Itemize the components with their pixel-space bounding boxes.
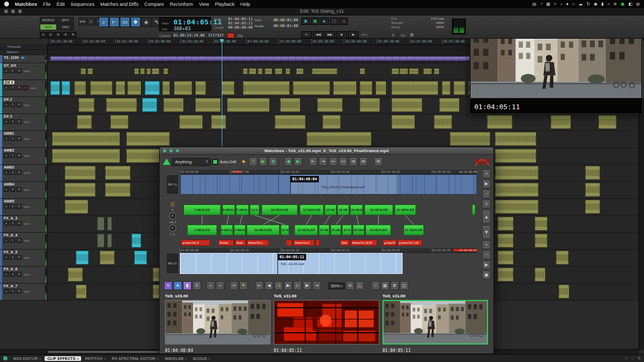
zoom-in-button[interactable]: ⌕ [216,281,224,290]
step-back-button[interactable]: ◁ [274,281,283,290]
bottom-tab-clip-effects[interactable]: CLIP EFFECTS▴ [45,356,81,361]
track-arrow-icon[interactable]: ▸ [4,68,9,73]
audio-clip[interactable] [391,81,438,95]
solo-button[interactable]: S [10,255,15,260]
audio-clip[interactable] [50,81,60,95]
mute-button[interactable]: M [16,136,22,141]
audio-clip[interactable] [132,234,141,248]
solo-button[interactable]: S [10,289,15,294]
audio-clip[interactable] [275,68,282,74]
audio-clip[interactable] [106,98,137,112]
audio-clip[interactable] [145,81,160,95]
display-icon[interactable]: ▦ [546,0,551,8]
audio-clip[interactable] [227,98,269,112]
diff-marker[interactable]: Delete For 1 [247,240,269,246]
resize-button[interactable]: ▣ [482,271,491,279]
autodiff-checkbox[interactable] [212,159,218,165]
solo-button[interactable]: S [10,119,15,124]
track-arrow-icon[interactable]: ▸ [4,85,9,90]
x-mode-button[interactable]: X [193,281,201,290]
audio-clip[interactable] [179,115,203,129]
fit-button[interactable]: ≡ [482,200,491,208]
audio-clip[interactable] [296,68,303,74]
metronome-button[interactable]: ▦ [311,17,319,25]
track-view-selector[interactable]: wave [24,273,30,276]
bottom-tab-wavelab[interactable]: WAVELAB▴ [162,356,189,361]
dock-left-icon[interactable]: ≡ [625,356,627,360]
track-view-selector[interactable]: wave [24,256,30,259]
track-header[interactable]: GT_DX▸SMwave [0,63,48,80]
no-sync-button[interactable]: ⊘ [346,281,354,290]
video-knob[interactable]: V [169,225,176,232]
menu-item[interactable]: View [199,2,209,7]
audio-clip[interactable] [88,68,93,74]
selector-tool-icon[interactable]: I [87,17,95,25]
track-arrow-icon[interactable]: ▸ [4,221,9,226]
diff-marker[interactable]: Dele [340,240,350,246]
warning-button[interactable]: △ [355,281,364,290]
mute-button[interactable]: M [16,170,22,175]
track-view-selector[interactable]: wave [24,120,30,123]
video-thumbnail[interactable]: ToS_v23.0001:04:40:04 [165,294,271,353]
track-arrow-icon[interactable]: ▸ [4,238,9,243]
diff-marker[interactable] [286,240,292,246]
audio-clip[interactable] [391,115,415,129]
track-header[interactable]: AMB1▸SMwave [0,131,48,147]
audio-clip[interactable] [498,251,514,264]
healed-block[interactable]: 21 HEALED [404,225,424,235]
stats-icon[interactable]: ◔ [540,0,543,8]
track-header[interactable]: AMB2▸SMwave [0,148,48,164]
rewind-button[interactable]: ◀◀ [313,31,324,38]
mute-button[interactable]: M [16,187,22,192]
zoom-in-v-button[interactable]: + [482,241,491,249]
mode-shuffle-button[interactable]: SHUFFLE [40,17,57,23]
text-mode-button[interactable]: ▮ [183,281,192,290]
audio-clip[interactable] [116,81,125,95]
audio-clip[interactable] [105,166,130,180]
audio-clip[interactable] [434,68,439,74]
audio-knob[interactable]: A [169,213,176,219]
track-view-selector[interactable]: wave [24,222,30,225]
audio-clip[interactable] [146,68,151,74]
stop-button[interactable]: ■ [336,31,347,38]
diff-marker[interactable]: Insert For 9 [181,240,210,246]
video-mode-button[interactable]: V [164,281,172,290]
solo-button[interactable]: S [10,85,15,90]
track-header[interactable]: Timecode [0,45,48,49]
track-arrow-icon[interactable]: ▸ [4,102,9,107]
healed-block[interactable]: 19 HEALED [365,225,391,235]
diff-marker[interactable]: Delete For 20:05 [351,240,377,246]
audio-clip[interactable] [391,98,422,112]
fast-forward-button[interactable]: ▶▶ [325,31,335,38]
track-name[interactable]: AMB1 [4,131,14,135]
mute-button[interactable]: M [16,238,22,243]
search-icon[interactable]: ⌕ [607,0,610,8]
track-view-selector[interactable]: wave [24,205,30,208]
mute-button[interactable]: M [16,85,22,90]
monitor-button[interactable]: ▣ [301,17,310,25]
bottom-tab-acous[interactable]: ACOUS▴ [190,356,213,361]
track-header[interactable]: AMB3▸SMwave [0,165,48,181]
mute-button[interactable]: M [16,204,22,209]
diff-marker[interactable]: Delet [235,240,246,246]
audio-clip[interactable] [62,81,70,95]
play-preview-button[interactable]: ▶ [284,281,292,290]
audio-clip[interactable] [100,251,115,264]
mode-slip-button[interactable]: SLIP [40,24,57,30]
link-icon[interactable]: ∞ [171,208,174,211]
zoom-in-h-button[interactable]: + [482,170,491,178]
grid-icon[interactable]: ⌗ [554,0,556,8]
audio-clip[interactable] [126,132,170,146]
audio-clip[interactable] [454,81,465,95]
trim-tool-icon[interactable]: ⟺ [79,17,86,25]
wifi-icon[interactable]: ≋ [613,0,617,8]
track-view-selector[interactable]: wave [24,103,30,107]
track-arrow-icon[interactable]: ▸ [4,204,9,209]
dock-icon[interactable]: ▤ [532,0,536,8]
menu-item[interactable]: Sequences [71,2,94,7]
audio-clip[interactable] [97,234,105,248]
track-header[interactable]: TS_110024 [0,55,48,63]
fader-icon[interactable]: ▭ [401,32,405,38]
healed-block[interactable]: 7 HEALE [234,225,246,235]
track-header[interactable]: FX_A_3▸SMwave [0,216,48,232]
